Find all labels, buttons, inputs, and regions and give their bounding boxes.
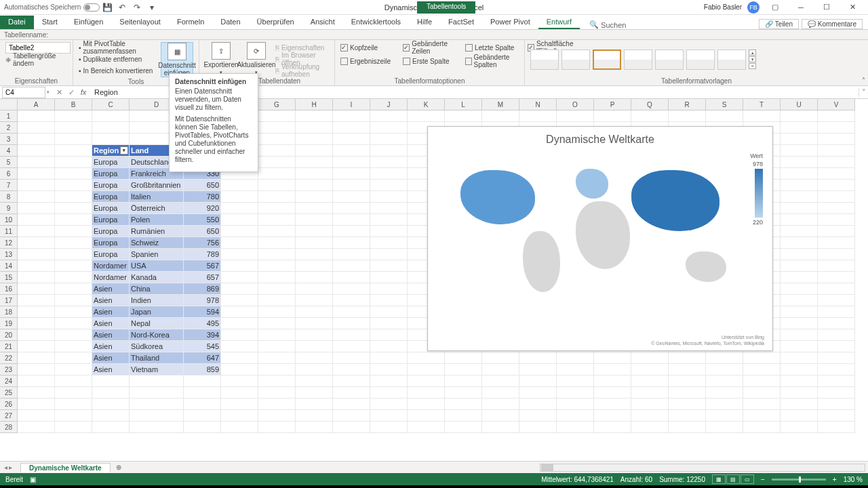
cell[interactable] bbox=[818, 318, 855, 329]
cell[interactable] bbox=[781, 318, 818, 329]
cell[interactable] bbox=[781, 237, 818, 249]
cell[interactable] bbox=[296, 272, 333, 283]
cell[interactable] bbox=[706, 364, 743, 375]
cell[interactable] bbox=[221, 341, 258, 352]
cell[interactable] bbox=[333, 122, 370, 134]
cell[interactable] bbox=[333, 226, 370, 237]
cell[interactable] bbox=[631, 110, 669, 122]
cell[interactable] bbox=[296, 375, 333, 387]
cell[interactable] bbox=[92, 122, 130, 134]
cell[interactable] bbox=[482, 352, 519, 364]
cell[interactable] bbox=[296, 145, 333, 157]
cell[interactable]: Japan bbox=[130, 306, 184, 318]
cell[interactable] bbox=[18, 375, 55, 387]
cell[interactable] bbox=[296, 422, 333, 433]
cell[interactable] bbox=[55, 422, 92, 433]
cell[interactable] bbox=[221, 329, 258, 341]
cell[interactable] bbox=[18, 318, 55, 329]
cell[interactable] bbox=[258, 260, 296, 272]
table-style-7[interactable] bbox=[717, 49, 746, 70]
cell[interactable] bbox=[669, 410, 706, 422]
cell[interactable]: Asien bbox=[92, 329, 130, 341]
cell[interactable]: 394 bbox=[184, 329, 221, 341]
cell[interactable] bbox=[743, 387, 781, 399]
cell[interactable]: Rumänien bbox=[130, 226, 184, 237]
cell[interactable] bbox=[706, 352, 743, 364]
row-header[interactable]: 19 bbox=[0, 318, 18, 329]
cell[interactable] bbox=[482, 364, 519, 375]
cell[interactable] bbox=[221, 295, 258, 306]
cell[interactable] bbox=[631, 375, 669, 387]
checkbox-icon[interactable] bbox=[465, 44, 473, 52]
row-header[interactable]: 14 bbox=[0, 260, 18, 272]
cell[interactable] bbox=[18, 110, 55, 122]
cell[interactable]: Asien bbox=[92, 295, 130, 306]
cell[interactable] bbox=[631, 399, 669, 410]
cell[interactable] bbox=[445, 422, 482, 433]
cell[interactable] bbox=[370, 168, 408, 180]
cell[interactable] bbox=[818, 352, 855, 364]
column-header[interactable]: A bbox=[18, 99, 55, 110]
cell[interactable] bbox=[818, 157, 855, 168]
cell[interactable] bbox=[781, 295, 818, 306]
cell[interactable]: Europa bbox=[92, 168, 130, 180]
cell[interactable] bbox=[781, 352, 818, 364]
cell[interactable] bbox=[333, 387, 370, 399]
cell[interactable] bbox=[482, 375, 519, 387]
cell[interactable] bbox=[18, 329, 55, 341]
cell[interactable]: Asien bbox=[92, 352, 130, 364]
cell[interactable] bbox=[781, 283, 818, 295]
cell[interactable] bbox=[18, 283, 55, 295]
cell[interactable] bbox=[333, 180, 370, 191]
cell[interactable] bbox=[818, 283, 855, 295]
tab-daten[interactable]: Daten bbox=[212, 16, 248, 29]
table-style-5[interactable] bbox=[655, 49, 684, 70]
cell[interactable] bbox=[781, 134, 818, 145]
cell[interactable] bbox=[557, 399, 594, 410]
cell[interactable] bbox=[333, 399, 370, 410]
cell[interactable]: Europa bbox=[92, 203, 130, 214]
cell[interactable]: Italien bbox=[130, 191, 184, 203]
tools-item[interactable]: ▪ Duplikate entfernen bbox=[79, 54, 158, 64]
filter-dropdown-icon[interactable]: ▾ bbox=[120, 146, 128, 155]
cell[interactable] bbox=[18, 352, 55, 364]
cell[interactable] bbox=[18, 191, 55, 203]
cell[interactable] bbox=[18, 249, 55, 260]
row-header[interactable]: 25 bbox=[0, 387, 18, 399]
cell[interactable]: USA bbox=[130, 260, 184, 272]
table-style-6[interactable] bbox=[686, 49, 715, 70]
cell[interactable] bbox=[184, 399, 221, 410]
cell[interactable] bbox=[482, 387, 519, 399]
cell[interactable] bbox=[818, 145, 855, 157]
cell[interactable] bbox=[594, 410, 631, 422]
cell[interactable]: Europa bbox=[92, 191, 130, 203]
cell[interactable] bbox=[333, 168, 370, 180]
cell[interactable] bbox=[445, 352, 482, 364]
expand-formula-bar-icon[interactable]: ˅ bbox=[859, 88, 868, 97]
cell[interactable] bbox=[370, 341, 408, 352]
cell[interactable] bbox=[221, 387, 258, 399]
cell[interactable] bbox=[370, 203, 408, 214]
cell[interactable] bbox=[594, 399, 631, 410]
cell[interactable] bbox=[333, 341, 370, 352]
cell[interactable]: 780 bbox=[184, 191, 221, 203]
cell[interactable]: 650 bbox=[184, 226, 221, 237]
column-header[interactable]: S bbox=[706, 99, 743, 110]
cell[interactable] bbox=[370, 387, 408, 399]
row-header[interactable]: 12 bbox=[0, 237, 18, 249]
cell[interactable]: Thailand bbox=[130, 352, 184, 364]
insert-slicer-button[interactable]: ▦ Datenschnitt einfügen bbox=[161, 42, 193, 77]
name-box[interactable] bbox=[2, 87, 45, 98]
cell[interactable] bbox=[445, 387, 482, 399]
cell[interactable] bbox=[370, 318, 408, 329]
cell[interactable] bbox=[221, 191, 258, 203]
cell[interactable]: Europa bbox=[92, 157, 130, 168]
cell[interactable] bbox=[408, 399, 445, 410]
cell[interactable]: Großbritannien bbox=[130, 180, 184, 191]
cell[interactable] bbox=[743, 364, 781, 375]
column-header[interactable]: U bbox=[781, 99, 818, 110]
cell[interactable]: Österreich bbox=[130, 203, 184, 214]
cell[interactable] bbox=[408, 110, 445, 122]
tab-hilfe[interactable]: Hilfe bbox=[409, 16, 440, 29]
cell[interactable] bbox=[333, 272, 370, 283]
